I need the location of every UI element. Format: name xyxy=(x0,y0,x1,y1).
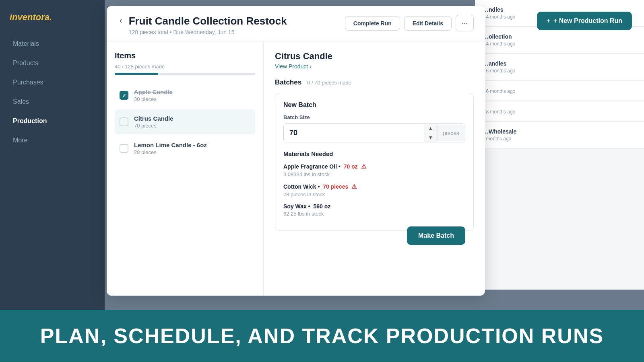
batches-header: Batches 0 / 70 pieces made xyxy=(275,78,474,86)
panel-subtitle: 128 pieces total • Due Wednesday, Jun 15 xyxy=(129,29,287,35)
sidebar-item-materials[interactable]: Materials xyxy=(3,35,101,53)
batch-size-input-wrap: ▲ ▼ pieces xyxy=(283,123,465,142)
make-batch-button[interactable]: Make Batch xyxy=(407,226,465,245)
logo-text: inventora xyxy=(10,12,50,22)
main-panel: ‹ Fruit Candle Collection Restock 128 pi… xyxy=(107,6,485,296)
material-row-soy-wax: Soy Wax • 560 oz 62.25 lbs in stock xyxy=(283,203,465,217)
item-info-apple: Apple Candle 30 pieces xyxy=(134,88,250,102)
panel-body: Items 40 / 128 pieces made Apple Candle … xyxy=(107,41,485,296)
bottom-banner: PLAN, SCHEDULE, AND TRACK PRODUCTION RUN… xyxy=(0,310,644,362)
material-qty-cotton-wick: 70 pieces xyxy=(323,183,348,190)
material-separator-3: • xyxy=(308,203,312,210)
item-row-lemon-candle[interactable]: Lemon Lime Candle - 6oz 28 pieces xyxy=(115,136,255,161)
back-button[interactable]: ‹ xyxy=(118,16,124,25)
item-pieces-apple: 30 pieces xyxy=(134,96,250,102)
item-pieces-lemon: 28 pieces xyxy=(134,149,250,155)
progress-bar-background xyxy=(115,73,255,75)
item-name-lemon: Lemon Lime Candle - 6oz xyxy=(134,142,250,148)
material-row-cotton-wick: Cotton Wick • 70 pieces ⚠ 28 pieces in s… xyxy=(283,183,465,197)
sidebar-item-sales[interactable]: Sales xyxy=(3,93,101,111)
batch-size-stepper: ▲ ▼ xyxy=(424,124,437,142)
plus-icon: + xyxy=(547,17,550,25)
batch-size-label: Batch Size xyxy=(283,114,465,120)
panel-title: Fruit Candle Collection Restock xyxy=(129,15,287,27)
checkbox-apple-candle[interactable] xyxy=(120,91,128,100)
checkbox-citrus-candle[interactable] xyxy=(120,117,128,126)
item-name-apple: Apple Candle xyxy=(134,88,250,95)
batch-size-input[interactable] xyxy=(284,124,424,142)
banner-text: PLAN, SCHEDULE, AND TRACK PRODUCTION RUN… xyxy=(40,324,604,348)
batches-label: Batches xyxy=(275,78,301,86)
material-stock-apple-fragrance: 3.08334 lbs in stock xyxy=(283,171,465,177)
item-info-lemon: Lemon Lime Candle - 6oz 28 pieces xyxy=(134,142,250,155)
panel-header: ‹ Fruit Candle Collection Restock 128 pi… xyxy=(107,6,485,41)
sidebar-item-more[interactable]: More xyxy=(3,131,101,150)
edit-details-button[interactable]: Edit Details xyxy=(404,16,452,31)
warning-icon-apple: ⚠ xyxy=(361,163,366,170)
stepper-up-button[interactable]: ▲ xyxy=(424,124,437,133)
title-group: Fruit Candle Collection Restock 128 piec… xyxy=(129,15,287,35)
sidebar-nav: Materials Products Purchases Sales Produ… xyxy=(0,35,105,150)
list-item[interactable]: …andles • 6 months ago xyxy=(475,54,644,80)
new-batch-title: New Batch xyxy=(283,101,465,109)
material-qty-apple-fragrance: 70 oz xyxy=(344,163,358,170)
list-item[interactable]: …ollection • 4 months ago xyxy=(475,27,644,53)
chevron-right-icon: › xyxy=(310,63,312,70)
material-stock-soy-wax: 62.25 lbs in stock xyxy=(283,211,465,217)
checkbox-lemon-candle[interactable] xyxy=(120,144,128,153)
material-stock-cotton-wick: 28 pieces in stock xyxy=(283,191,465,197)
new-production-run-button[interactable]: + + New Production Run xyxy=(537,12,632,30)
stepper-down-button[interactable]: ▼ xyxy=(424,133,437,142)
material-qty-soy-wax: 560 oz xyxy=(314,203,331,210)
header-actions: Complete Run Edit Details ··· xyxy=(345,15,474,31)
detail-panel: Citrus Candle View Product › Batches 0 /… xyxy=(264,41,485,296)
item-row-apple-candle[interactable]: Apple Candle 30 pieces xyxy=(115,83,255,108)
list-item[interactable]: • 8 months ago xyxy=(475,101,644,121)
new-batch-box: New Batch Batch Size ▲ ▼ pieces Material… xyxy=(275,93,474,231)
item-row-citrus-candle[interactable]: Citrus Candle 70 pieces xyxy=(115,109,255,134)
progress-label: 40 / 128 pieces made xyxy=(115,64,255,70)
batch-size-unit: pieces xyxy=(437,125,465,141)
materials-needed-title: Materials Needed xyxy=(283,150,465,157)
warning-icon-cotton: ⚠ xyxy=(351,183,357,190)
material-separator: • xyxy=(339,163,342,170)
sidebar-item-production[interactable]: Production xyxy=(3,112,101,130)
material-name-apple-fragrance: Apple Fragrance Oil xyxy=(283,163,337,170)
material-row-apple-fragrance: Apple Fragrance Oil • 70 oz ⚠ 3.08334 lb… xyxy=(283,163,465,177)
items-title: Items xyxy=(115,51,255,60)
item-info-citrus: Citrus Candle 70 pieces xyxy=(134,115,250,129)
background-list: …ndles • 4 months ago …ollection • 4 mon… xyxy=(475,0,644,290)
product-title: Citrus Candle xyxy=(275,51,474,62)
list-item[interactable]: • 6 months ago xyxy=(475,81,644,101)
header-left: ‹ Fruit Candle Collection Restock 128 pi… xyxy=(118,15,287,35)
batches-sub: 0 / 70 pieces made xyxy=(307,80,351,86)
material-name-soy-wax: Soy Wax xyxy=(283,203,307,210)
app-logo: inventora. xyxy=(0,8,105,35)
more-options-button[interactable]: ··· xyxy=(456,15,474,31)
material-name-cotton-wick: Cotton Wick xyxy=(283,183,316,190)
complete-run-button[interactable]: Complete Run xyxy=(345,16,400,31)
items-panel: Items 40 / 128 pieces made Apple Candle … xyxy=(107,41,264,296)
material-separator-2: • xyxy=(318,183,321,190)
list-item[interactable]: …Wholesale • months ago xyxy=(475,122,644,148)
view-product-link[interactable]: View Product › xyxy=(275,63,474,70)
sidebar-item-purchases[interactable]: Purchases xyxy=(3,73,101,92)
progress-bar-fill xyxy=(115,73,158,75)
sidebar: inventora. Materials Products Purchases … xyxy=(0,0,105,362)
item-name-citrus: Citrus Candle xyxy=(134,115,250,122)
sidebar-item-products[interactable]: Products xyxy=(3,54,101,72)
item-pieces-citrus: 70 pieces xyxy=(134,123,250,129)
